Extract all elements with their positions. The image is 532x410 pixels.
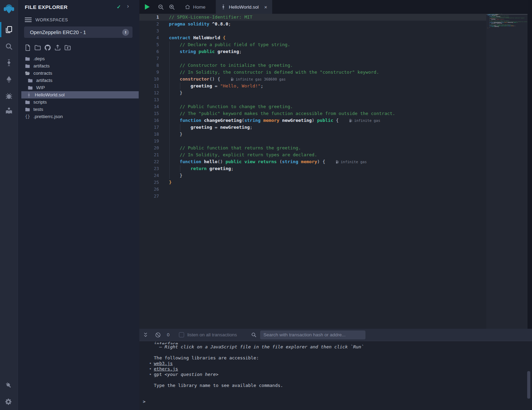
code-text: contract HelloWorld { bbox=[169, 34, 225, 41]
learneth-icon[interactable] bbox=[5, 106, 13, 115]
chevron-right-icon[interactable]: › bbox=[127, 3, 129, 10]
code-line-11[interactable]: 11 greeting = "Hello, World!"; bbox=[139, 83, 486, 90]
close-tab-icon[interactable]: × bbox=[264, 4, 267, 10]
code-line-20[interactable]: 20 // Public function that returns the g… bbox=[139, 145, 486, 151]
search-icon[interactable] bbox=[5, 42, 13, 51]
clear-console-icon[interactable] bbox=[155, 332, 161, 338]
check-icon[interactable]: ✓ bbox=[117, 4, 121, 10]
code-line-6[interactable]: 6 string public greeting; bbox=[139, 48, 486, 55]
new-folder-icon[interactable] bbox=[34, 44, 41, 51]
workspace-switch-icon[interactable]: ▲▼ bbox=[122, 29, 129, 36]
plugin-manager-icon[interactable] bbox=[5, 381, 13, 390]
code-line-4[interactable]: 4contract HelloWorld { bbox=[139, 34, 486, 41]
code-line-25[interactable]: 25} bbox=[139, 179, 486, 186]
file-item--prettierrc-json[interactable]: {}.prettierrc.json bbox=[21, 113, 139, 120]
gas-estimate-widget[interactable]: infinite gas bbox=[336, 158, 367, 165]
code-line-13[interactable]: 13 bbox=[139, 96, 486, 103]
code-editor[interactable]: 1// SPDX-License-Identifier: MIT2pragma … bbox=[139, 14, 486, 329]
run-script-button[interactable] bbox=[145, 4, 150, 10]
code-line-5[interactable]: 5 // Declare a public field of type stri… bbox=[139, 41, 486, 48]
line-number: 6 bbox=[139, 48, 169, 55]
minimap-current-line bbox=[486, 14, 528, 15]
folder-icon bbox=[25, 99, 30, 105]
code-line-26[interactable]: 26 bbox=[139, 186, 486, 193]
editor-scrollbar[interactable] bbox=[528, 0, 532, 329]
tree-item-label: artifacts bbox=[33, 63, 50, 69]
code-line-21[interactable]: 21 // In Solidity, explicit return types… bbox=[139, 151, 486, 158]
terminal-scrollbar-thumb[interactable] bbox=[527, 371, 530, 399]
editor-region: Home HelloWorld.sol × 1// SPDX-License-I… bbox=[139, 0, 532, 329]
minimap[interactable]: // SPDX-License-Identifier: MITpragma so… bbox=[486, 14, 528, 329]
code-line-3[interactable]: 3 bbox=[139, 28, 486, 34]
tree-item-label: HelloWorld.sol bbox=[35, 92, 65, 97]
upload-file-icon[interactable] bbox=[54, 44, 61, 51]
zoom-out-icon[interactable] bbox=[158, 4, 164, 10]
line-number: 18 bbox=[139, 131, 169, 138]
code-line-1[interactable]: 1// SPDX-License-Identifier: MIT bbox=[139, 14, 486, 21]
github-icon[interactable] bbox=[44, 44, 51, 51]
code-line-14[interactable]: 14 // Public function to change the gree… bbox=[139, 103, 486, 110]
tab-helloworld-sol[interactable]: HelloWorld.sol × bbox=[216, 0, 272, 14]
listen-transactions-checkbox[interactable] bbox=[179, 332, 184, 337]
folder-icon bbox=[25, 107, 30, 112]
line-number: 24 bbox=[139, 172, 169, 179]
code-text: } bbox=[169, 131, 182, 138]
explorer-actions bbox=[24, 44, 71, 51]
zoom-in-icon[interactable] bbox=[169, 4, 175, 10]
folder-icon bbox=[25, 56, 30, 62]
code-line-8[interactable]: 8 // Constructor to initialize the greet… bbox=[139, 62, 486, 69]
code-line-16[interactable]: 16 function changeGreeting(string memory… bbox=[139, 117, 486, 124]
code-line-12[interactable]: 12 } bbox=[139, 90, 486, 96]
upload-folder-icon[interactable] bbox=[64, 44, 71, 51]
code-line-22[interactable]: 22 function hello() public view returns … bbox=[139, 158, 486, 165]
terminal-link[interactable]: ethers.js bbox=[154, 366, 178, 371]
terminal-prompt[interactable]: > bbox=[143, 399, 146, 404]
folder-item-tests[interactable]: tests bbox=[21, 106, 139, 113]
code-line-10[interactable]: 10 constructor() {infinite gas 368600 ga… bbox=[139, 76, 486, 83]
terminal-link[interactable]: web3.js bbox=[154, 361, 173, 366]
file-item-helloworld-sol[interactable]: HelloWorld.sol bbox=[21, 91, 139, 98]
folder-icon bbox=[25, 63, 30, 69]
code-text: // Declare a public field of type string… bbox=[169, 41, 290, 48]
transaction-count: 0 bbox=[167, 332, 170, 337]
debugger-icon[interactable] bbox=[5, 92, 13, 100]
line-number: 11 bbox=[139, 83, 169, 90]
folder-item-artifacts[interactable]: artifacts bbox=[21, 62, 139, 70]
workspace-menu-icon[interactable] bbox=[25, 17, 32, 22]
transaction-search-input[interactable] bbox=[260, 330, 365, 339]
line-number: 17 bbox=[139, 124, 169, 131]
code-line-24[interactable]: 24 } bbox=[139, 172, 486, 179]
gas-estimate-widget[interactable]: infinite gas bbox=[349, 117, 380, 124]
code-line-19[interactable]: 19 bbox=[139, 138, 486, 145]
line-number: 5 bbox=[139, 41, 169, 48]
code-line-7[interactable]: 7 bbox=[139, 55, 486, 62]
gas-estimate-widget[interactable]: infinite gas 368600 gas bbox=[231, 76, 286, 83]
code-line-23[interactable]: 23 return greeting; bbox=[139, 165, 486, 172]
solidity-compiler-icon[interactable] bbox=[5, 59, 13, 67]
folder-item--deps[interactable]: .deps bbox=[21, 55, 139, 62]
terminal-line: interface bbox=[154, 341, 532, 344]
collapse-terminal-icon[interactable] bbox=[142, 332, 149, 338]
folder-item-contracts[interactable]: contracts bbox=[21, 70, 139, 77]
workspace-select[interactable]: OpenZeppelin ERC20 - 1 ▲▼ bbox=[24, 27, 132, 38]
folder-item-artifacts[interactable]: artifacts bbox=[21, 77, 139, 84]
tab-home[interactable]: Home bbox=[180, 0, 210, 14]
new-file-icon[interactable] bbox=[24, 44, 31, 51]
code-line-2[interactable]: 2pragma solidity ^0.8.0; bbox=[139, 21, 486, 28]
deploy-run-icon[interactable] bbox=[5, 75, 13, 84]
terminal-toolbar: 0 listen on all transactions bbox=[139, 329, 532, 341]
file-explorer-icon[interactable] bbox=[5, 25, 13, 34]
settings-icon[interactable] bbox=[5, 398, 13, 406]
code-line-9[interactable]: 9 // In Solidity, the constructor is def… bbox=[139, 69, 486, 76]
line-number: 16 bbox=[139, 117, 169, 124]
minimap-line: } bbox=[486, 28, 528, 29]
code-line-18[interactable]: 18 } bbox=[139, 131, 486, 138]
remix-logo-icon[interactable] bbox=[3, 3, 15, 15]
code-line-27[interactable]: 27 bbox=[139, 193, 486, 200]
folder-item-scripts[interactable]: scripts bbox=[21, 98, 139, 106]
workspace-name: OpenZeppelin ERC20 - 1 bbox=[30, 30, 122, 35]
folder-item-wip[interactable]: WIP bbox=[21, 84, 139, 91]
code-text: } bbox=[169, 90, 182, 96]
code-line-15[interactable]: 15 // The "public" keyword makes the fun… bbox=[139, 110, 486, 117]
code-line-17[interactable]: 17 greeting = newGreeting; bbox=[139, 124, 486, 131]
